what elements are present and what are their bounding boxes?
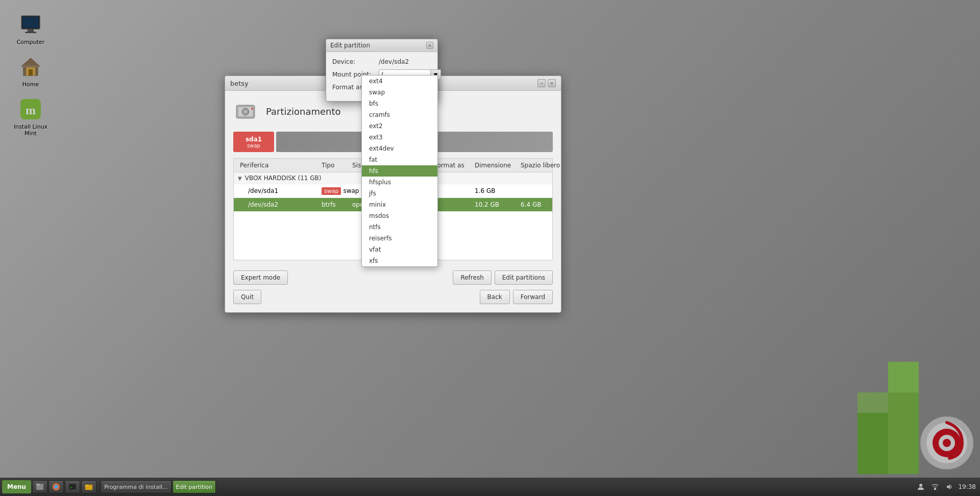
taskbar-clock: 19:38	[958, 483, 976, 490]
taskbar-menu-btn[interactable]: Menu	[2, 480, 31, 493]
partition-window-title: betsy	[230, 80, 249, 87]
partition-window-controls: − ×	[537, 79, 556, 87]
nav-buttons: Quit Back Forward	[233, 287, 553, 304]
sda1-bar[interactable]: sda1 swap	[233, 132, 274, 152]
systray: 19:38	[915, 481, 978, 492]
expand-arrow: ▼	[238, 176, 242, 181]
cell-format-sda1	[432, 186, 473, 195]
col-spazio-libero: Spazio libero	[519, 161, 570, 170]
svg-marker-38	[947, 484, 950, 489]
device-value: /dev/sda2	[379, 58, 409, 65]
device-row: Device: /dev/sda2	[332, 58, 431, 65]
col-periferica: Periferica	[238, 161, 320, 170]
taskbar-files2-btn[interactable]	[81, 480, 96, 493]
cell-free-sda1	[519, 186, 570, 195]
systray-network-icon[interactable]	[929, 481, 941, 492]
refresh-btn[interactable]: Refresh	[453, 270, 491, 285]
dropdown-item-hfs[interactable]: hfs	[362, 165, 437, 177]
back-btn[interactable]: Back	[480, 290, 510, 304]
dropdown-item-hfsplus[interactable]: hfsplus	[362, 177, 437, 188]
edit-partitions-btn[interactable]: Edit partitions	[495, 270, 553, 285]
dropdown-item-vfat[interactable]: vfat	[362, 244, 437, 255]
taskbar: Menu >_	[0, 478, 980, 496]
col-dimensione: Dimensione	[473, 161, 519, 170]
forward-btn[interactable]: Forward	[513, 290, 553, 304]
cell-size-sda1: 1.6 GB	[473, 186, 519, 195]
cell-free-sda2: 6.4 GB	[519, 200, 570, 209]
dropdown-item-fat[interactable]: fat	[362, 154, 437, 165]
cell-type-sda1: swapswap	[320, 186, 350, 195]
dropdown-item-ext2[interactable]: ext2	[362, 120, 437, 132]
dropdown-item-swap[interactable]: swap	[362, 87, 437, 98]
svg-point-35	[919, 484, 922, 487]
swap-badge: swap	[322, 187, 341, 195]
svg-rect-27	[36, 484, 40, 485]
desktop: Computer Home m Install Linux Mint	[0, 0, 980, 496]
cell-size-sda2: 10.2 GB	[473, 200, 519, 209]
cell-device-sda2: /dev/sda2	[238, 200, 320, 209]
dropdown-item-ext3[interactable]: ext3	[362, 132, 437, 143]
dropdown-item-jfs[interactable]: jfs	[362, 188, 437, 199]
dropdown-item-cramfs[interactable]: cramfs	[362, 109, 437, 120]
svg-point-24	[244, 110, 247, 113]
systray-volume-icon[interactable]	[944, 481, 955, 492]
device-label: Device:	[332, 58, 376, 65]
col-format-as: Format as	[432, 161, 473, 170]
dropdown-item-msdos[interactable]: msdos	[362, 210, 437, 221]
edit-dialog-title: Edit partition	[330, 42, 370, 49]
cell-device-sda1: /dev/sda1	[238, 186, 320, 195]
cell-type-sda2: btrfs	[320, 200, 350, 209]
dropdown-item-ntfs[interactable]: ntfs	[362, 221, 437, 233]
dropdown-item-ext4dev[interactable]: ext4dev	[362, 143, 437, 154]
dropdown-item-xfs[interactable]: xfs	[362, 255, 437, 266]
partition-minimize-btn[interactable]: −	[537, 79, 546, 87]
sda1-sublabel: swap	[247, 143, 260, 148]
svg-text:>_: >_	[70, 485, 75, 490]
disk-label: VBOX HARDDISK (11 GB)	[245, 175, 322, 182]
taskbar-edit-partition-btn[interactable]: Edit partition	[173, 480, 216, 493]
nav-right-buttons: Back Forward	[480, 290, 553, 304]
dropdown-item-minix[interactable]: minix	[362, 199, 437, 210]
dropdown-item-ext4[interactable]: ext4	[362, 76, 437, 87]
partition-section-title: Partizionamento	[266, 106, 341, 117]
edit-dialog-close-btn[interactable]: ×	[426, 42, 433, 49]
taskbar-terminal-btn[interactable]: >_	[65, 480, 80, 493]
systray-person-icon[interactable]	[915, 481, 926, 492]
col-tipo: Tipo	[320, 161, 350, 170]
partition-close-btn[interactable]: ×	[548, 79, 556, 87]
svg-point-30	[55, 486, 57, 488]
edit-dialog-titlebar: Edit partition ×	[326, 39, 437, 52]
svg-rect-34	[85, 485, 88, 486]
svg-rect-36	[934, 488, 936, 490]
dropdown-item-bfs[interactable]: bfs	[362, 98, 437, 109]
svg-rect-37	[933, 486, 937, 487]
format-dropdown: ext4 swap bfs cramfs ext2 ext3 ext4dev f…	[361, 75, 438, 267]
installer-btn-label: Programma di install...	[104, 484, 167, 490]
right-buttons: Refresh Edit partitions	[453, 270, 553, 285]
svg-point-25	[251, 108, 253, 110]
taskbar-files-btn[interactable]	[32, 480, 47, 493]
dropdown-item-reiserfs[interactable]: reiserfs	[362, 233, 437, 244]
cell-format-sda2	[432, 200, 473, 209]
expert-mode-btn[interactable]: Expert mode	[233, 270, 288, 285]
hdd-icon	[233, 99, 258, 123]
taskbar-firefox-btn[interactable]	[48, 480, 64, 493]
sda1-label: sda1	[246, 136, 262, 143]
edit-partition-btn-label: Edit partition	[176, 484, 212, 490]
taskbar-installer-btn[interactable]: Programma di install...	[101, 480, 171, 493]
action-buttons: Expert mode Refresh Edit partitions	[233, 265, 553, 287]
quit-btn[interactable]: Quit	[233, 290, 261, 304]
